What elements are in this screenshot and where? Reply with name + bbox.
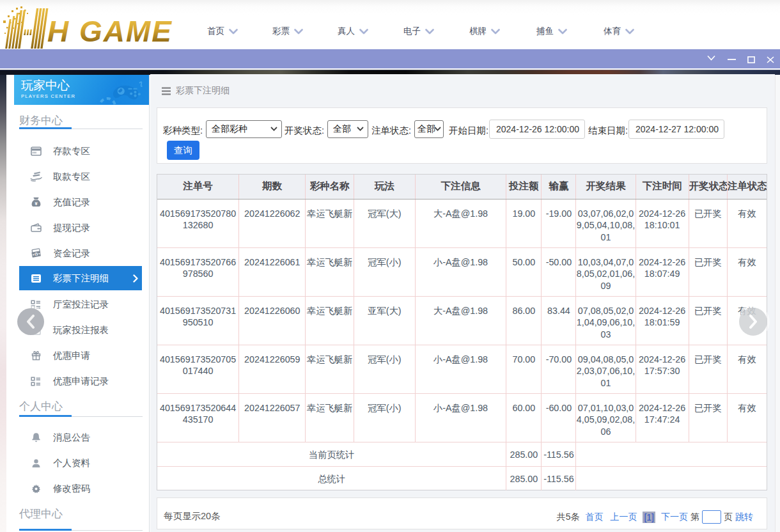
svg-text:H GAME: H GAME xyxy=(47,15,173,48)
svg-text:¥: ¥ xyxy=(35,201,38,207)
